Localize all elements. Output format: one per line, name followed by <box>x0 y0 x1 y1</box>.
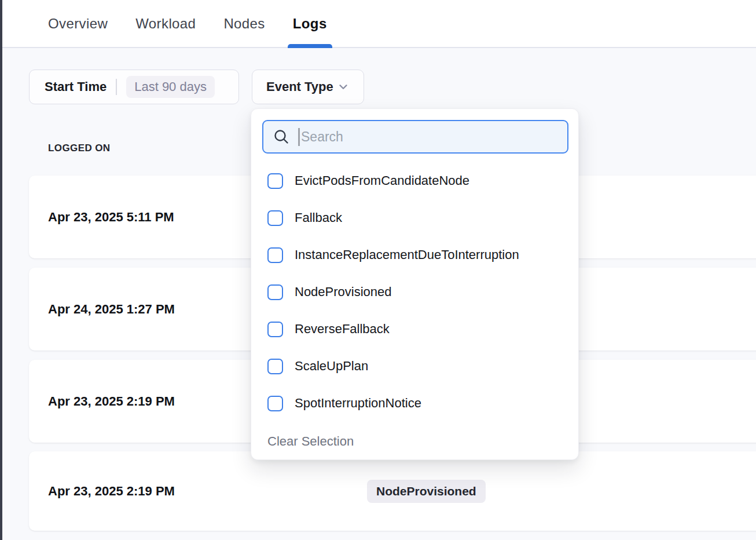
start-time-filter-button[interactable]: Start Time Last 90 days <box>29 70 239 104</box>
tab-logs-label: Logs <box>293 16 327 32</box>
option-label: ScaleUpPlan <box>295 359 368 374</box>
checkbox-icon[interactable] <box>267 322 283 337</box>
active-tab-indicator <box>288 44 332 48</box>
search-icon <box>273 128 290 145</box>
chevron-down-icon <box>337 81 350 93</box>
logged-on-value: Apr 24, 2025 1:27 PM <box>48 302 175 317</box>
option-label: InstanceReplacementDueToInterruption <box>295 247 519 262</box>
option-instancereplacementduetointerruption[interactable]: InstanceReplacementDueToInterruption <box>251 236 578 273</box>
checkbox-icon[interactable] <box>267 284 283 300</box>
checkbox-icon[interactable] <box>267 396 283 411</box>
text-cursor <box>298 128 300 146</box>
event-type-dropdown: EvictPodsFromCandidateNode Fallback Inst… <box>251 108 579 460</box>
tab-logs[interactable]: Logs <box>283 0 337 47</box>
dropdown-search-box[interactable] <box>262 120 568 154</box>
option-spotinterruptionnotice[interactable]: SpotInterruptionNotice <box>251 385 578 422</box>
checkbox-icon[interactable] <box>267 359 283 374</box>
option-fallback[interactable]: Fallback <box>251 199 578 236</box>
option-label: EvictPodsFromCandidateNode <box>295 173 469 188</box>
start-time-value-pill: Last 90 days <box>126 76 215 98</box>
logged-on-value: Apr 23, 2025 2:19 PM <box>48 484 175 499</box>
checkbox-icon[interactable] <box>267 173 283 189</box>
tab-overview-label: Overview <box>48 16 108 32</box>
logged-on-value: Apr 23, 2025 5:11 PM <box>48 210 174 225</box>
start-time-label: Start Time <box>45 79 107 94</box>
window-left-edge <box>0 0 2 540</box>
event-type-filter-button[interactable]: Event Type <box>252 70 364 104</box>
event-type-badge: NodeProvisioned <box>367 480 486 503</box>
option-scaleupplan[interactable]: ScaleUpPlan <box>251 348 578 385</box>
filter-divider <box>116 79 117 95</box>
tab-overview[interactable]: Overview <box>38 0 118 47</box>
log-row[interactable]: Apr 23, 2025 2:19 PM NodeProvisioned <box>29 451 756 531</box>
tab-nodes-label: Nodes <box>223 16 265 32</box>
event-type-options: EvictPodsFromCandidateNode Fallback Inst… <box>251 162 578 422</box>
tabs: Overview Workload Nodes Logs <box>38 0 337 47</box>
column-header-logged-on: LOGGED ON <box>48 143 111 154</box>
logged-on-value: Apr 23, 2025 2:19 PM <box>48 394 175 409</box>
option-evictpodsfromcandidatenode[interactable]: EvictPodsFromCandidateNode <box>251 162 578 199</box>
tab-workload-label: Workload <box>135 16 196 32</box>
search-input[interactable] <box>301 129 558 145</box>
logs-page: Overview Workload Nodes Logs Start Time … <box>0 0 756 540</box>
option-label: SpotInterruptionNotice <box>295 396 421 411</box>
tab-nodes[interactable]: Nodes <box>214 0 274 47</box>
checkbox-icon[interactable] <box>267 210 283 226</box>
checkbox-icon[interactable] <box>267 247 283 263</box>
option-reversefallback[interactable]: ReverseFallback <box>251 311 578 348</box>
tab-bar: Overview Workload Nodes Logs <box>2 0 756 48</box>
option-nodeprovisioned[interactable]: NodeProvisioned <box>251 273 578 311</box>
clear-selection-button[interactable]: Clear Selection <box>267 428 354 455</box>
event-type-label: Event Type <box>266 79 333 94</box>
option-label: ReverseFallback <box>295 322 390 337</box>
option-label: NodeProvisioned <box>295 284 392 300</box>
tab-workload[interactable]: Workload <box>126 0 205 47</box>
option-label: Fallback <box>295 210 342 225</box>
